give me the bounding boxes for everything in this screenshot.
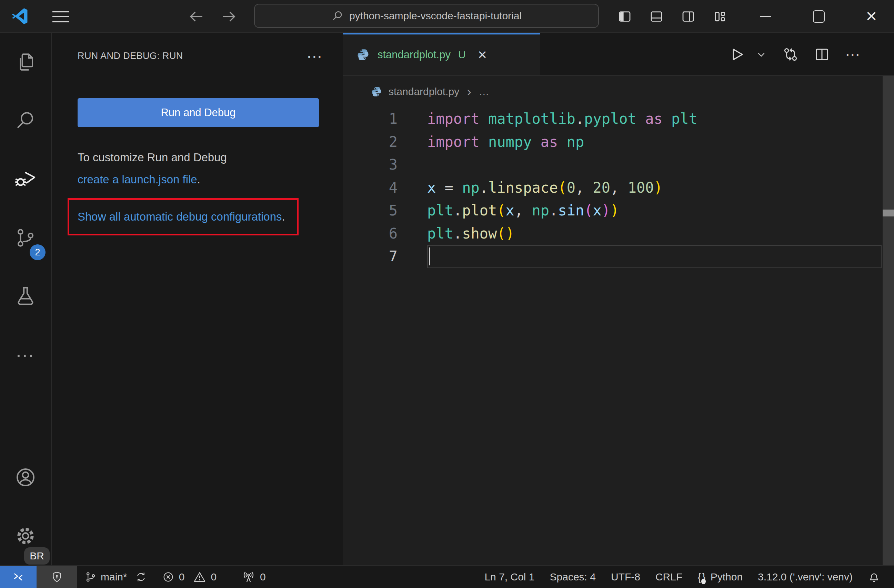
code-text: import numpy as np (427, 131, 584, 154)
code-token: ) (610, 202, 619, 219)
code-token: x (593, 202, 602, 219)
sidebar-header: RUN AND DEBUG: RUN ⋯ (78, 51, 322, 61)
code-text: x = np.linspace(0, 20, 100) (427, 176, 663, 199)
code-area[interactable]: 1import matplotlib.pyplot as plt2import … (343, 107, 894, 268)
maximize-button[interactable] (813, 11, 825, 23)
activity-explorer-icon[interactable] (0, 33, 51, 91)
code-token: pyplot (584, 110, 636, 127)
code-token: 0 (567, 179, 575, 196)
breadcrumb-separator-icon: › (467, 84, 471, 99)
git-branch-item[interactable]: main* (77, 566, 155, 588)
activity-source-control-icon[interactable]: 2 (0, 208, 51, 267)
editor-more-actions-icon[interactable]: ⋯ (845, 45, 861, 63)
language-mode: Python (711, 571, 743, 583)
indentation: Spaces: 4 (550, 571, 596, 583)
activity-testing-icon[interactable] (0, 267, 51, 326)
toggle-primary-sidebar-icon[interactable] (618, 10, 632, 23)
scrollbar-slider[interactable] (883, 76, 894, 565)
workspace-trust-shield-icon[interactable] (36, 566, 77, 588)
customize-paragraph: To customize Run and Debug create a laun… (78, 146, 227, 191)
back-arrow-icon[interactable] (188, 8, 204, 25)
minimize-button[interactable] (760, 16, 771, 17)
activity-run-debug-icon[interactable] (0, 150, 51, 208)
code-token: , (575, 179, 593, 196)
create-launch-json-link[interactable]: create a launch.json file (78, 173, 197, 186)
breadcrumb-filename[interactable]: standardplot.py (388, 86, 459, 98)
code-token: ( (584, 202, 593, 219)
activity-settings-gear-icon[interactable]: BR (0, 507, 51, 565)
settings-profile-badge: BR (24, 547, 50, 565)
toggle-panel-icon[interactable] (649, 10, 663, 23)
code-token: ( (497, 225, 506, 242)
ports-item[interactable]: 0 (234, 566, 273, 588)
open-changes-icon[interactable] (782, 46, 799, 63)
customize-layout-icon[interactable] (713, 10, 727, 23)
code-token: plt (427, 225, 453, 242)
status-bar-right: Ln 7, Col 1 Spaces: 4 UTF-8 CRLF {} Pyth… (477, 566, 894, 588)
window-controls: ✕ (618, 0, 894, 33)
radio-tower-icon (242, 570, 255, 583)
run-dropdown-chevron-icon[interactable] (755, 48, 767, 60)
code-text: plt.show() (427, 222, 514, 246)
code-token: ) (602, 202, 610, 219)
sidebar-more-actions-icon[interactable]: ⋯ (307, 53, 322, 60)
code-token: np (462, 179, 480, 196)
code-token: ) (506, 225, 514, 242)
activity-search-icon[interactable] (0, 91, 51, 150)
problems-item[interactable]: 0 0 (155, 566, 224, 588)
code-token: as (532, 133, 566, 150)
current-line-highlight (427, 245, 882, 268)
toggle-secondary-sidebar-icon[interactable] (681, 10, 695, 23)
cursor-position-item[interactable]: Ln 7, Col 1 (477, 566, 542, 588)
code-line[interactable]: 6plt.show() (343, 222, 894, 246)
run-and-debug-button[interactable]: Run and Debug (78, 98, 319, 127)
tab-standardplot[interactable]: standardplot.py U ✕ (343, 33, 540, 75)
run-python-file-icon[interactable] (728, 46, 745, 63)
brackets-icon: {} (698, 571, 706, 583)
error-icon (162, 571, 174, 583)
code-token: ) (654, 179, 663, 196)
code-line[interactable]: 3 (343, 153, 894, 176)
line-number: 4 (343, 176, 427, 199)
remote-indicator[interactable] (0, 566, 36, 588)
editor-scrollbar[interactable] (883, 76, 894, 565)
ports-count: 0 (260, 571, 266, 583)
python-file-icon (356, 48, 370, 62)
activity-bar-spacer (0, 384, 51, 448)
title-bar: python-sample-vscode-fastapi-tutorial ✕ (0, 0, 894, 33)
vscode-window: { "colors": { "accent_blue": "#3e82d6", … (0, 0, 894, 588)
activity-accounts-icon[interactable] (0, 448, 51, 507)
customize-text: To customize Run and Debug (78, 151, 227, 164)
encoding-item[interactable]: UTF-8 (603, 566, 648, 588)
code-line[interactable]: 1import matplotlib.pyplot as plt (343, 107, 894, 131)
warning-icon (193, 571, 206, 583)
code-token: . (453, 202, 462, 219)
show-automatic-debug-configs-link[interactable]: Show all automatic debug configurations (78, 210, 282, 223)
breadcrumb-more[interactable]: … (479, 86, 489, 98)
notifications-item[interactable] (860, 566, 888, 588)
indentation-item[interactable]: Spaces: 4 (542, 566, 603, 588)
code-line[interactable]: 7 (343, 245, 894, 268)
code-token: np (532, 202, 549, 219)
code-token: numpy (488, 133, 532, 150)
eol-item[interactable]: CRLF (648, 566, 690, 588)
code-line[interactable]: 4x = np.linspace(0, 20, 100) (343, 176, 894, 199)
close-window-button[interactable]: ✕ (865, 9, 877, 24)
activity-more-icon[interactable]: ⋯ (0, 326, 51, 384)
breadcrumb[interactable]: standardplot.py › … (343, 76, 489, 107)
code-line[interactable]: 5plt.plot(x, np.sin(x)) (343, 199, 894, 222)
forward-arrow-icon[interactable] (220, 8, 237, 25)
tab-close-icon[interactable]: ✕ (477, 48, 488, 62)
split-editor-icon[interactable] (814, 47, 830, 62)
activity-bar: 2 ⋯ BR (0, 33, 52, 565)
command-center-search[interactable]: python-sample-vscode-fastapi-tutorial (254, 4, 599, 28)
editor-toolbar: ⋯ (728, 33, 894, 76)
python-interpreter-item[interactable]: 3.12.0 ('.venv': venv) (750, 566, 860, 588)
code-token: import (427, 133, 488, 150)
code-token: , (610, 179, 628, 196)
code-token: linspace (488, 179, 558, 196)
menu-hamburger-icon[interactable] (51, 8, 71, 25)
code-line[interactable]: 2import numpy as np (343, 131, 894, 154)
branch-icon (85, 571, 97, 583)
language-mode-item[interactable]: {} Python (690, 566, 750, 588)
